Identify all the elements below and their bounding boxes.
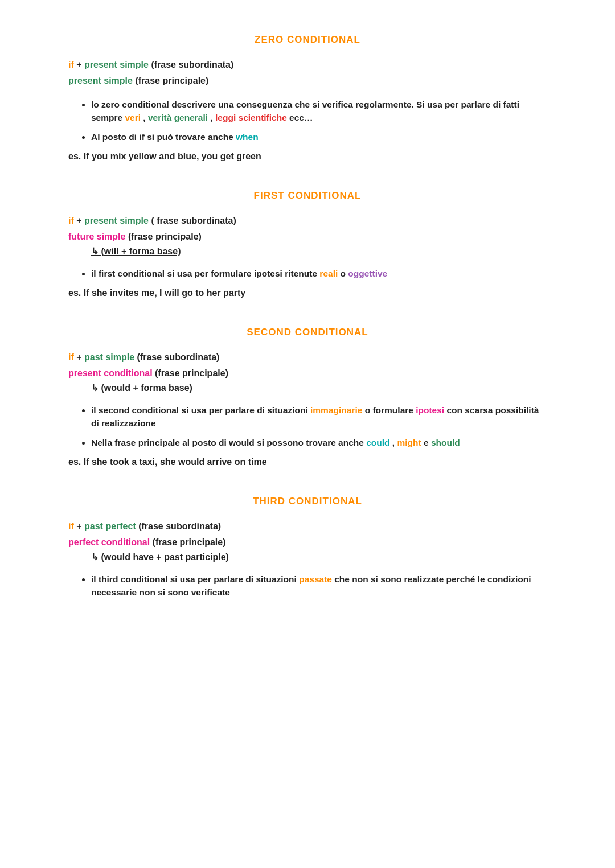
- second-if: if: [68, 352, 74, 362]
- first-formula-line2: future simple (frase principale): [68, 230, 547, 244]
- first-conditional-formula: if + present simple ( frase subordinata)…: [68, 214, 547, 257]
- second-conditional-title: SECOND CONDITIONAL: [68, 327, 547, 338]
- zero-bullet-list: lo zero conditional descrivere una conse…: [91, 98, 547, 143]
- third-sub-formula: ↳ (would have + past participle): [91, 552, 547, 562]
- zero-bullet-1: lo zero conditional descrivere una conse…: [91, 98, 547, 125]
- zero-tense2: present simple: [68, 76, 133, 85]
- third-if: if: [68, 521, 74, 531]
- second-bullet-2: Nella frase principale al posto di would…: [91, 436, 547, 449]
- first-tense1: present simple: [84, 216, 149, 225]
- zero-rest2: (frase principale): [135, 76, 208, 85]
- zero-formula-line2: present simple (frase principale): [68, 74, 547, 88]
- first-conditional-section: FIRST CONDITIONAL if + present simple ( …: [68, 190, 547, 298]
- second-bullet-list: il second conditional si usa per parlare…: [91, 404, 547, 449]
- second-example: es. If she took a taxi, she would arrive…: [68, 457, 547, 467]
- second-conditional-formula: if + past simple (frase subordinata) pre…: [68, 351, 547, 393]
- zero-example: es. If you mix yellow and blue, you get …: [68, 151, 547, 162]
- first-bullet-1: il first conditional si usa per formular…: [91, 267, 547, 280]
- first-if: if: [68, 216, 74, 225]
- zero-formula-line1: if + present simple (frase subordinata): [68, 58, 547, 72]
- first-example: es. If she invites me, I will go to her …: [68, 288, 547, 298]
- second-formula-line2: present conditional (frase principale): [68, 367, 547, 380]
- zero-conditional-section: ZERO CONDITIONAL if + present simple (fr…: [68, 34, 547, 162]
- zero-conditional-formula: if + present simple (frase subordinata) …: [68, 58, 547, 88]
- first-conditional-title: FIRST CONDITIONAL: [68, 190, 547, 201]
- zero-plus1: +: [76, 60, 84, 69]
- second-tense2: present conditional: [68, 368, 153, 378]
- zero-conditional-title: ZERO CONDITIONAL: [68, 34, 547, 46]
- third-conditional-formula: if + past perfect (frase subordinata) pe…: [68, 520, 547, 562]
- first-formula-line1: if + present simple ( frase subordinata): [68, 214, 547, 228]
- second-formula-line1: if + past simple (frase subordinata): [68, 351, 547, 364]
- zero-bullet-2: Al posto di if si può trovare anche when: [91, 130, 547, 143]
- first-tense2: future simple: [68, 232, 125, 241]
- first-sub-formula: ↳ (will + forma base): [91, 246, 547, 257]
- first-bullet-list: il first conditional si usa per formular…: [91, 267, 547, 280]
- third-conditional-section: THIRD CONDITIONAL if + past perfect (fra…: [68, 496, 547, 599]
- second-sub-formula: ↳ (would + forma base): [91, 382, 547, 393]
- third-tense2: perfect conditional: [68, 537, 150, 547]
- second-conditional-section: SECOND CONDITIONAL if + past simple (fra…: [68, 327, 547, 467]
- zero-tense1: present simple: [84, 60, 149, 69]
- zero-rest1: (frase subordinata): [151, 60, 233, 69]
- third-bullet-1: il third conditional si usa per parlare …: [91, 573, 547, 599]
- zero-if: if: [68, 60, 74, 69]
- second-tense1: past simple: [84, 352, 134, 362]
- third-conditional-title: THIRD CONDITIONAL: [68, 496, 547, 507]
- third-formula-line1: if + past perfect (frase subordinata): [68, 520, 547, 533]
- second-bullet-1: il second conditional si usa per parlare…: [91, 404, 547, 430]
- third-formula-line2: perfect conditional (frase principale): [68, 536, 547, 549]
- third-bullet-list: il third conditional si usa per parlare …: [91, 573, 547, 599]
- third-tense1: past perfect: [84, 521, 136, 531]
